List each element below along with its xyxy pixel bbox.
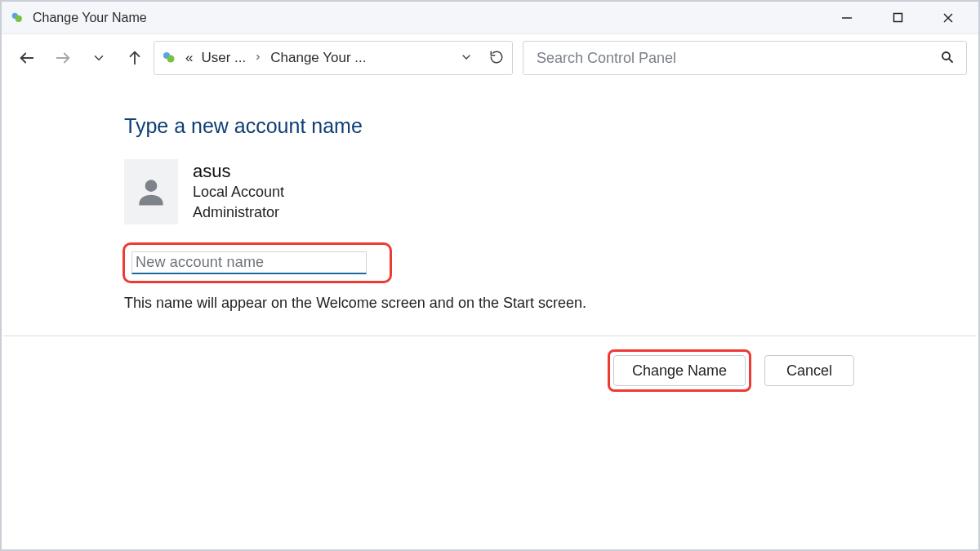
new-name-highlight [122, 242, 392, 283]
chevron-right-icon [254, 50, 262, 66]
crumb-user-accounts[interactable]: User ... [201, 50, 246, 66]
svg-line-12 [949, 58, 952, 61]
main-content: Type a new account name asus Local Accou… [2, 82, 978, 312]
footer: Change Name Cancel [3, 335, 977, 392]
recent-locations-button[interactable] [90, 49, 108, 67]
nav-cluster [13, 49, 144, 67]
svg-point-1 [16, 15, 22, 21]
search-box[interactable] [523, 41, 967, 75]
avatar [124, 159, 178, 224]
page-heading: Type a new account name [124, 114, 978, 138]
account-type: Local Account [193, 182, 284, 202]
cancel-button[interactable]: Cancel [764, 355, 854, 386]
app-icon [10, 11, 24, 25]
back-button[interactable] [18, 49, 36, 67]
refresh-button[interactable] [489, 50, 504, 67]
account-role: Administrator [193, 202, 284, 223]
search-icon[interactable] [940, 50, 955, 67]
svg-rect-3 [893, 14, 902, 22]
up-button[interactable] [126, 49, 144, 67]
new-account-name-input[interactable] [131, 251, 367, 274]
crumb-change-your-name[interactable]: Change Your ... [270, 50, 366, 66]
address-dropdown-button[interactable] [460, 51, 473, 66]
minimize-button[interactable] [822, 2, 872, 34]
maximize-button[interactable] [872, 2, 923, 34]
address-bar[interactable]: « User ... Change Your ... [154, 41, 513, 75]
change-name-highlight: Change Name [608, 349, 751, 392]
search-input[interactable] [535, 49, 940, 68]
forward-button[interactable] [54, 49, 72, 67]
account-block: asus Local Account Administrator [124, 159, 978, 224]
window-title: Change Your Name [33, 11, 147, 25]
address-icon [161, 50, 177, 66]
svg-point-13 [145, 180, 158, 192]
change-name-button[interactable]: Change Name [613, 355, 746, 386]
breadcrumb[interactable]: « User ... Change Your ... [185, 50, 366, 66]
account-info: asus Local Account Administrator [193, 159, 284, 223]
title-bar: Change Your Name [2, 2, 978, 34]
crumb-prefix: « [185, 50, 193, 66]
hint-text: This name will appear on the Welcome scr… [124, 295, 978, 312]
toolbar: « User ... Change Your ... [2, 34, 978, 82]
close-button[interactable] [923, 2, 973, 34]
account-name: asus [193, 161, 284, 182]
svg-point-10 [167, 56, 175, 63]
